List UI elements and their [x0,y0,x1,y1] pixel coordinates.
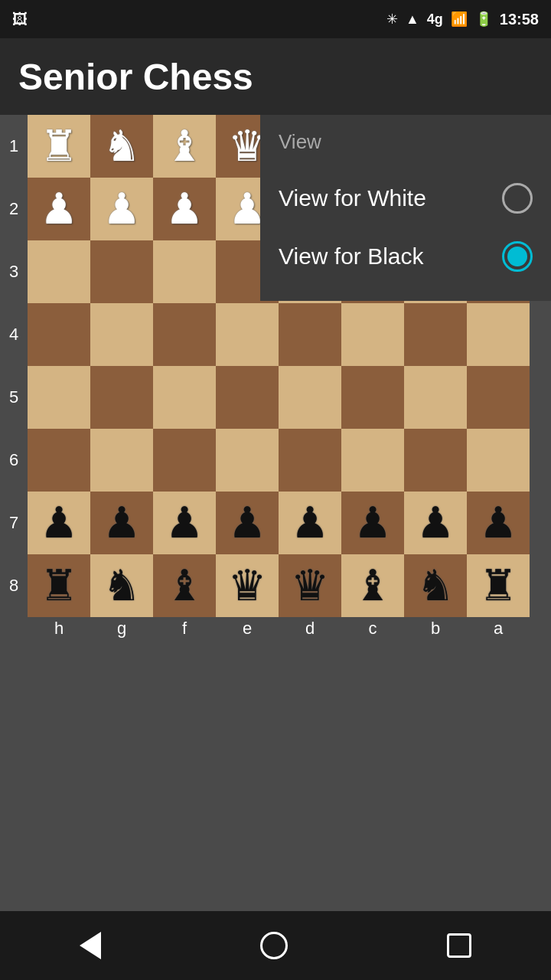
chess-cell[interactable]: ♜ [467,554,530,617]
nav-bar [0,911,551,980]
chess-cell[interactable] [90,429,153,492]
chess-piece: ♟ [165,501,204,544]
chess-cell[interactable] [153,240,216,303]
chess-piece: ♛ [228,564,266,607]
chess-cell[interactable] [341,366,404,429]
row-label-2: 2 [0,178,28,240]
chess-cell[interactable] [153,429,216,492]
col-label-h: h [28,617,90,640]
chess-cell[interactable]: ♟ [216,492,279,554]
col-label-b: b [404,617,467,640]
status-bar: 🖼 ✳ ▲ 4g 📶 🔋 13:58 [0,0,551,38]
chess-piece: ♛ [291,564,329,607]
chess-piece: ♟ [416,501,455,544]
chess-cell[interactable] [90,303,153,366]
chess-cell[interactable]: ♜ [28,115,90,178]
col-label-f: f [153,617,216,640]
chess-cell[interactable] [90,366,153,429]
chess-cell[interactable] [216,429,279,492]
chess-cell[interactable] [467,303,530,366]
chess-cell[interactable]: ♛ [279,554,341,617]
row-label-6: 6 [0,429,28,492]
chess-cell[interactable] [28,429,90,492]
chess-cell[interactable] [467,366,530,429]
chess-cell[interactable]: ♟ [28,492,90,554]
chess-cell[interactable] [279,303,341,366]
bluetooth-icon: ✳ [386,11,398,28]
view-white-label: View for White [279,185,426,211]
radio-selected-dot [507,247,527,266]
col-label-g: g [90,617,153,640]
home-icon [260,932,288,959]
chess-cell[interactable] [153,366,216,429]
chess-cell[interactable] [279,366,341,429]
chess-piece: ♜ [40,564,78,607]
chess-piece: ♝ [354,564,392,607]
chess-piece: ♟ [40,188,78,230]
chess-cell[interactable] [279,429,341,492]
row-label-8: 8 [0,554,28,617]
chess-cell[interactable] [28,366,90,429]
view-white-radio[interactable] [502,183,533,214]
chess-cell[interactable]: ♟ [90,492,153,554]
chess-cell[interactable]: ♛ [216,554,279,617]
chess-cell[interactable] [90,240,153,303]
chess-cell[interactable]: ♟ [28,178,90,240]
chess-cell[interactable]: ♞ [90,554,153,617]
chess-cell[interactable]: ♟ [467,492,530,554]
photo-icon: 🖼 [12,11,28,28]
chess-cell[interactable]: ♝ [341,554,404,617]
notification-icons: 🖼 [12,11,28,28]
signal-icon: 📶 [451,11,468,28]
chess-cell[interactable]: ♟ [90,178,153,240]
chess-cell[interactable]: ♟ [341,492,404,554]
view-dropdown: View View for White View for Black [260,115,551,301]
chess-cell[interactable] [467,429,530,492]
view-white-item[interactable]: View for White [279,169,533,227]
view-black-label: View for Black [279,243,424,270]
chess-cell[interactable] [341,303,404,366]
chess-cell[interactable]: ♟ [404,492,467,554]
chess-cell[interactable]: ♟ [153,178,216,240]
chess-cell[interactable] [404,429,467,492]
back-button[interactable] [64,916,116,975]
chess-cell[interactable]: ♝ [153,115,216,178]
app-title: Senior Chess [18,56,253,98]
chess-piece: ♝ [165,125,204,168]
chess-piece: ♟ [291,501,329,544]
chess-cell[interactable] [28,240,90,303]
chess-cell[interactable]: ♟ [153,492,216,554]
chess-cell[interactable]: ♝ [153,554,216,617]
col-label-c: c [341,617,404,640]
battery-icon: 🔋 [475,11,492,28]
chess-cell[interactable] [153,303,216,366]
recents-button[interactable] [432,918,487,973]
chess-cell[interactable] [404,366,467,429]
chess-piece: ♟ [165,188,204,230]
col-labels: h g f e d c b a [28,617,530,640]
chess-cell[interactable]: ♞ [404,554,467,617]
app-bar: Senior Chess [0,38,551,115]
chess-cell[interactable]: ♞ [90,115,153,178]
chess-cell[interactable]: ♟ [279,492,341,554]
chess-piece: ♟ [479,501,517,544]
view-black-radio[interactable] [502,241,533,272]
chess-cell[interactable] [28,303,90,366]
chess-piece: ♜ [40,125,78,168]
chess-piece: ♟ [40,501,78,544]
chess-cell[interactable] [216,303,279,366]
chess-cell[interactable] [404,303,467,366]
row-label-4: 4 [0,303,28,366]
chess-piece: ♞ [103,125,141,168]
chess-cell[interactable]: ♜ [28,554,90,617]
back-icon [80,932,101,959]
chess-cell[interactable] [216,366,279,429]
wifi-icon: ▲ [406,11,419,28]
chess-piece: ♞ [416,564,455,607]
chess-cell[interactable] [341,429,404,492]
recents-icon [447,933,471,958]
view-black-item[interactable]: View for Black [279,227,533,286]
home-button[interactable] [245,916,303,975]
col-label-a: a [467,617,530,640]
row-label-7: 7 [0,492,28,554]
